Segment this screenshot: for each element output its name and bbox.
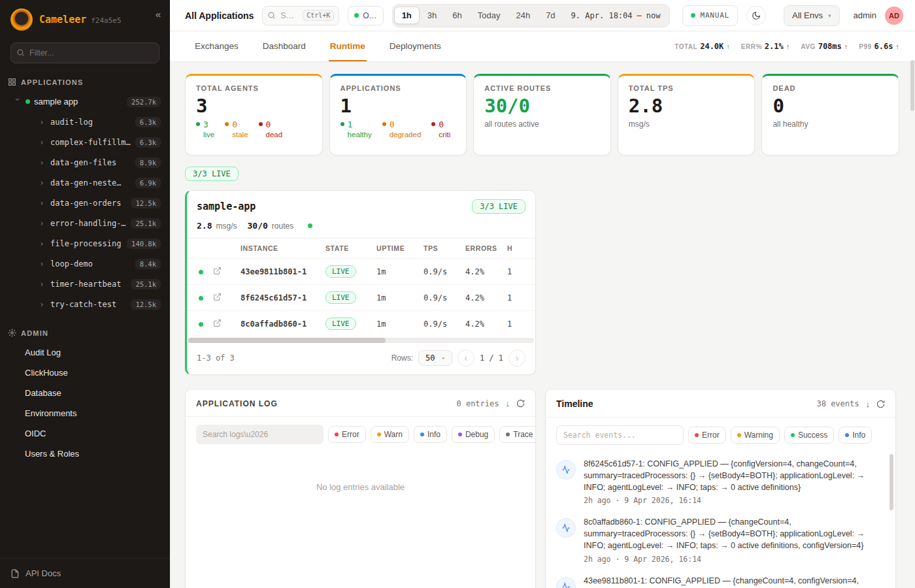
chevron-right-icon[interactable]: › — [39, 259, 46, 268]
filter-chip-debug[interactable]: Debug — [452, 426, 495, 443]
sidebar-item-complex-fulfillment[interactable]: › complex-fulfillm… 6.3k — [0, 132, 170, 152]
sidebar-item-oidc[interactable]: OIDC — [0, 423, 170, 444]
timeline-search-input[interactable] — [556, 425, 684, 445]
range-1h-button[interactable]: 1h — [394, 7, 420, 24]
sidebar-collapse-button[interactable]: « — [156, 8, 161, 20]
chevron-down-icon[interactable]: › — [14, 98, 22, 105]
table-row[interactable]: 8f6245c61d57-1 LIVE 1m 0.9/s 4.2% 1 — [187, 285, 535, 311]
download-icon[interactable]: ↓ — [866, 399, 871, 409]
env-select[interactable]: All Envs ▾ — [784, 5, 840, 26]
sidebar-item-users-roles[interactable]: Users & Roles — [0, 444, 170, 464]
sidebar-item-api-docs[interactable]: API Docs — [0, 558, 170, 588]
chevron-right-icon[interactable]: › — [39, 280, 46, 288]
filter-chip-warn[interactable]: Warn — [371, 426, 409, 443]
range-3h-button[interactable]: 3h — [420, 7, 444, 24]
date-range[interactable]: 9. Apr. 18:04 — now — [563, 11, 669, 20]
breakdown-value: 0 — [439, 120, 450, 130]
download-icon[interactable]: ↓ — [506, 399, 510, 408]
external-link-icon[interactable] — [213, 293, 222, 301]
filter-chip-success[interactable]: Success — [784, 427, 834, 444]
chip-label: Info — [427, 430, 441, 439]
sidebar-item-audit-log[interactable]: › audit-log 6.3k — [0, 112, 170, 132]
chevron-right-icon[interactable]: › — [39, 118, 46, 126]
external-link-icon[interactable] — [213, 319, 222, 327]
scrollbar-thumb[interactable] — [188, 338, 386, 343]
rows-per-page-select[interactable]: 50 ▾ — [418, 350, 452, 366]
count-badge: 12.5k — [131, 198, 161, 208]
event-time: 2h ago · 9 Apr 2026, 16:14 — [584, 555, 884, 564]
range-today-button[interactable]: Today — [470, 7, 508, 24]
sidebar-item-data-gen-files[interactable]: › data-gen-files 8.9k — [0, 152, 170, 172]
avatar[interactable]: AD — [885, 7, 903, 25]
vertical-scrollbar[interactable] — [910, 60, 914, 111]
filter-chip-error[interactable]: Error — [328, 426, 366, 443]
trend-up-icon: ↑ — [844, 42, 848, 50]
sidebar-item-file-processing[interactable]: › file-processing 140.8k — [0, 233, 170, 253]
table-row[interactable]: 43ee9811b801-1 LIVE 1m 0.9/s 4.2% 1 — [187, 259, 535, 285]
activity-icon — [561, 582, 571, 588]
external-link-icon[interactable] — [213, 267, 222, 275]
tab-exchanges[interactable]: Exchanges — [193, 31, 240, 61]
page-title: All Applications — [185, 10, 254, 21]
timeline-event[interactable]: 8c0affadb860-1: CONFIG_APPLIED — {change… — [556, 511, 884, 569]
page-indicator: 1 / 1 — [480, 353, 503, 363]
global-search[interactable]: S… Ctrl+K — [262, 6, 339, 25]
timeline-event[interactable]: 8f6245c61d57-1: CONFIG_APPLIED — {config… — [556, 453, 884, 511]
app-logo-icon — [10, 8, 33, 31]
sidebar-item-try-catch-test[interactable]: › try-catch-test 12.5k — [0, 294, 170, 314]
chevron-right-icon[interactable]: › — [39, 219, 46, 227]
filter-chip-info[interactable]: Info — [839, 427, 872, 444]
next-page-button[interactable]: › — [508, 350, 525, 367]
sidebar-item-loop-demo[interactable]: › loop-demo 8.4k — [0, 253, 170, 274]
sidebar-item-data-gen-orders[interactable]: › data-gen-orders 12.5k — [0, 193, 170, 213]
chevron-right-icon[interactable]: › — [39, 158, 46, 167]
chevron-right-icon[interactable]: › — [39, 138, 46, 146]
refresh-icon[interactable] — [516, 399, 525, 408]
sidebar-item-data-gen-nested[interactable]: › data-gen-neste… 6.9k — [0, 172, 170, 193]
timeline-event[interactable]: 43ee9811b801-1: CONFIG_APPLIED — {change… — [556, 570, 884, 588]
filter-chip-error[interactable]: Error — [688, 427, 726, 444]
chevron-right-icon[interactable]: › — [39, 239, 46, 248]
tree-item-label: data-gen-orders — [50, 199, 121, 208]
horizontal-scrollbar[interactable] — [188, 338, 534, 343]
routes-value: 30/0 — [248, 221, 268, 231]
level-dot — [335, 433, 339, 436]
tab-runtime[interactable]: Runtime — [329, 31, 367, 61]
count-badge: 8.9k — [135, 157, 161, 168]
range-6h-button[interactable]: 6h — [444, 7, 469, 24]
sidebar-item-clickhouse[interactable]: ClickHouse — [0, 363, 170, 383]
sidebar-item-database[interactable]: Database — [0, 383, 170, 403]
sidebar-item-error-handling[interactable]: › error-handling-… 25.1k — [0, 213, 170, 233]
timeline-scrollbar[interactable] — [890, 454, 893, 510]
filter-chip-info[interactable]: Info — [414, 426, 447, 443]
live-badge: 3/3 LIVE — [472, 199, 525, 214]
range-7d-button[interactable]: 7d — [538, 7, 563, 24]
manual-refresh-button[interactable]: MANUAL — [682, 5, 738, 26]
sidebar-filter-input[interactable] — [10, 42, 159, 63]
table-row[interactable]: 8c0affadb860-1 LIVE 1m 0.9/s 4.2% 1 — [187, 311, 535, 337]
filter-chip-trace[interactable]: Trace — [499, 426, 536, 443]
theme-toggle-button[interactable] — [746, 6, 766, 25]
sidebar-item-sample-app[interactable]: › sample app 252.7k — [0, 91, 170, 112]
chevron-right-icon[interactable]: › — [39, 199, 46, 207]
tab-dashboard[interactable]: Dashboard — [261, 31, 307, 61]
sidebar-item-audit-log-admin[interactable]: Audit Log — [0, 342, 170, 363]
uptime-cell: 1m — [374, 285, 421, 311]
chevron-right-icon[interactable]: › — [39, 300, 46, 308]
log-search-input[interactable] — [196, 425, 324, 444]
rows-per-page-value: 50 — [425, 353, 435, 363]
state-badge: LIVE — [325, 318, 356, 330]
sidebar-item-environments[interactable]: Environments — [0, 403, 170, 423]
online-status-pill[interactable]: O… — [348, 6, 383, 25]
prev-page-button[interactable]: ‹ — [458, 350, 474, 367]
refresh-icon[interactable] — [876, 400, 885, 408]
count-badge: 25.1k — [131, 279, 161, 289]
breakdown-value: 0 — [232, 120, 248, 130]
sidebar-item-timer-heartbeat[interactable]: › timer-heartbeat 25.1k — [0, 274, 170, 294]
tab-deployments[interactable]: Deployments — [388, 31, 442, 61]
app-metrics: 2.8 msg/s 30/0 routes — [187, 220, 535, 238]
range-24h-button[interactable]: 24h — [508, 7, 538, 24]
build-id: f24a5e5 — [91, 16, 121, 25]
filter-chip-warning[interactable]: Warning — [731, 427, 780, 444]
chevron-right-icon[interactable]: › — [39, 178, 46, 187]
